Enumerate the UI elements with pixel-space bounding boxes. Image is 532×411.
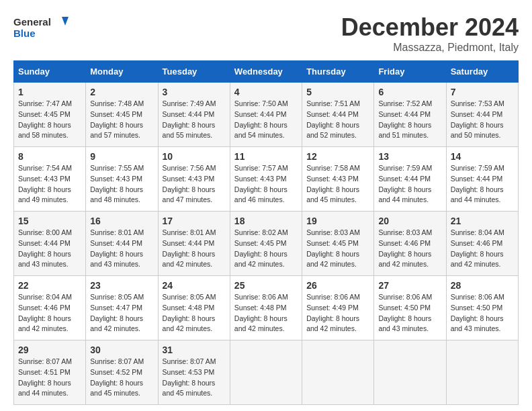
day-detail: Sunrise: 8:05 AMSunset: 4:48 PMDaylight:… (163, 292, 226, 334)
location-title: Massazza, Piedmont, Italy (341, 42, 519, 54)
day-number: 31 (163, 345, 226, 355)
day-detail: Sunrise: 8:06 AMSunset: 4:50 PMDaylight:… (378, 292, 441, 334)
day-number: 7 (451, 87, 514, 97)
calendar-cell (230, 340, 302, 405)
weekday-header-wednesday: Wednesday (230, 61, 302, 83)
day-detail: Sunrise: 7:53 AMSunset: 4:44 PMDaylight:… (451, 99, 514, 141)
day-detail: Sunrise: 7:59 AMSunset: 4:44 PMDaylight:… (378, 163, 441, 205)
day-number: 4 (234, 87, 298, 97)
calendar-cell: 25Sunrise: 8:06 AMSunset: 4:48 PMDayligh… (230, 276, 302, 340)
calendar-cell: 30Sunrise: 8:07 AMSunset: 4:52 PMDayligh… (86, 340, 158, 405)
calendar-cell: 14Sunrise: 7:59 AMSunset: 4:44 PMDayligh… (446, 147, 518, 212)
calendar-cell: 26Sunrise: 8:06 AMSunset: 4:49 PMDayligh… (302, 276, 374, 340)
calendar-cell: 21Sunrise: 8:04 AMSunset: 4:46 PMDayligh… (446, 212, 518, 276)
calendar-cell: 7Sunrise: 7:53 AMSunset: 4:44 PMDaylight… (446, 83, 518, 147)
day-detail: Sunrise: 8:07 AMSunset: 4:52 PMDaylight:… (90, 357, 153, 399)
day-number: 23 (90, 280, 153, 291)
weekday-header-row: SundayMondayTuesdayWednesdayThursdayFrid… (14, 61, 519, 83)
day-detail: Sunrise: 8:02 AMSunset: 4:45 PMDaylight:… (234, 228, 298, 270)
weekday-header-tuesday: Tuesday (158, 61, 230, 83)
day-number: 17 (163, 216, 226, 226)
calendar-cell: 23Sunrise: 8:05 AMSunset: 4:47 PMDayligh… (86, 276, 158, 340)
calendar-cell: 20Sunrise: 8:03 AMSunset: 4:46 PMDayligh… (374, 212, 446, 276)
page-header: General Blue December 2024 Massazza, Pie… (13, 13, 519, 54)
calendar-cell: 12Sunrise: 7:58 AMSunset: 4:43 PMDayligh… (302, 147, 374, 212)
day-detail: Sunrise: 8:06 AMSunset: 4:49 PMDaylight:… (306, 292, 369, 334)
day-detail: Sunrise: 7:47 AMSunset: 4:45 PMDaylight:… (18, 99, 81, 141)
day-detail: Sunrise: 8:00 AMSunset: 4:44 PMDaylight:… (18, 228, 81, 270)
day-number: 12 (306, 151, 369, 162)
svg-marker-2 (62, 17, 69, 26)
calendar-cell: 24Sunrise: 8:05 AMSunset: 4:48 PMDayligh… (158, 276, 230, 340)
calendar-cell: 2Sunrise: 7:48 AMSunset: 4:45 PMDaylight… (86, 83, 158, 147)
day-detail: Sunrise: 8:06 AMSunset: 4:50 PMDaylight:… (451, 292, 514, 334)
day-number: 8 (18, 151, 81, 162)
day-number: 13 (378, 151, 441, 162)
calendar-cell (302, 340, 374, 405)
day-number: 15 (18, 216, 81, 226)
title-block: December 2024 Massazza, Piedmont, Italy (341, 13, 519, 54)
day-number: 6 (378, 87, 441, 97)
calendar-cell: 29Sunrise: 8:07 AMSunset: 4:51 PMDayligh… (14, 340, 86, 405)
day-detail: Sunrise: 8:03 AMSunset: 4:45 PMDaylight:… (306, 228, 369, 270)
day-detail: Sunrise: 8:05 AMSunset: 4:47 PMDaylight:… (90, 292, 153, 334)
calendar-cell: 15Sunrise: 8:00 AMSunset: 4:44 PMDayligh… (14, 212, 86, 276)
calendar-cell: 9Sunrise: 7:55 AMSunset: 4:43 PMDaylight… (86, 147, 158, 212)
calendar-week-row: 22Sunrise: 8:04 AMSunset: 4:46 PMDayligh… (14, 276, 519, 340)
day-detail: Sunrise: 7:51 AMSunset: 4:44 PMDaylight:… (306, 99, 369, 141)
day-number: 25 (234, 280, 298, 291)
svg-text:General: General (13, 16, 51, 28)
calendar-cell: 16Sunrise: 8:01 AMSunset: 4:44 PMDayligh… (86, 212, 158, 276)
weekday-header-thursday: Thursday (302, 61, 374, 83)
weekday-header-monday: Monday (86, 61, 158, 83)
day-detail: Sunrise: 7:48 AMSunset: 4:45 PMDaylight:… (90, 99, 153, 141)
day-number: 1 (18, 87, 81, 97)
day-number: 19 (306, 216, 369, 226)
day-detail: Sunrise: 8:01 AMSunset: 4:44 PMDaylight:… (90, 228, 153, 270)
weekday-header-sunday: Sunday (14, 61, 86, 83)
day-number: 21 (451, 216, 514, 226)
calendar-cell (446, 340, 518, 405)
calendar-cell: 17Sunrise: 8:01 AMSunset: 4:44 PMDayligh… (158, 212, 230, 276)
calendar-table: SundayMondayTuesdayWednesdayThursdayFrid… (13, 60, 519, 405)
calendar-cell: 3Sunrise: 7:49 AMSunset: 4:44 PMDaylight… (158, 83, 230, 147)
calendar-cell: 22Sunrise: 8:04 AMSunset: 4:46 PMDayligh… (14, 276, 86, 340)
calendar-cell: 5Sunrise: 7:51 AMSunset: 4:44 PMDaylight… (302, 83, 374, 147)
logo-svg: General Blue (13, 13, 74, 44)
day-number: 11 (234, 151, 298, 162)
month-title: December 2024 (341, 13, 519, 42)
day-number: 5 (306, 87, 369, 97)
day-number: 27 (378, 280, 441, 291)
calendar-cell: 4Sunrise: 7:50 AMSunset: 4:44 PMDaylight… (230, 83, 302, 147)
day-detail: Sunrise: 7:55 AMSunset: 4:43 PMDaylight:… (90, 163, 153, 205)
day-number: 16 (90, 216, 153, 226)
day-detail: Sunrise: 7:59 AMSunset: 4:44 PMDaylight:… (451, 163, 514, 205)
logo: General Blue (13, 13, 74, 44)
day-detail: Sunrise: 7:58 AMSunset: 4:43 PMDaylight:… (306, 163, 369, 205)
calendar-cell: 8Sunrise: 7:54 AMSunset: 4:43 PMDaylight… (14, 147, 86, 212)
day-number: 9 (90, 151, 153, 162)
day-detail: Sunrise: 7:56 AMSunset: 4:43 PMDaylight:… (163, 163, 226, 205)
day-number: 24 (163, 280, 226, 291)
day-detail: Sunrise: 8:04 AMSunset: 4:46 PMDaylight:… (451, 228, 514, 270)
day-number: 18 (234, 216, 298, 226)
day-number: 30 (90, 345, 153, 355)
day-detail: Sunrise: 8:03 AMSunset: 4:46 PMDaylight:… (378, 228, 441, 270)
calendar-cell: 28Sunrise: 8:06 AMSunset: 4:50 PMDayligh… (446, 276, 518, 340)
day-number: 29 (18, 345, 81, 355)
weekday-header-saturday: Saturday (446, 61, 518, 83)
calendar-week-row: 15Sunrise: 8:00 AMSunset: 4:44 PMDayligh… (14, 212, 519, 276)
day-detail: Sunrise: 8:01 AMSunset: 4:44 PMDaylight:… (163, 228, 226, 270)
calendar-cell: 27Sunrise: 8:06 AMSunset: 4:50 PMDayligh… (374, 276, 446, 340)
calendar-cell: 18Sunrise: 8:02 AMSunset: 4:45 PMDayligh… (230, 212, 302, 276)
calendar-cell: 6Sunrise: 7:52 AMSunset: 4:44 PMDaylight… (374, 83, 446, 147)
day-detail: Sunrise: 7:54 AMSunset: 4:43 PMDaylight:… (18, 163, 81, 205)
day-number: 28 (451, 280, 514, 291)
calendar-cell: 13Sunrise: 7:59 AMSunset: 4:44 PMDayligh… (374, 147, 446, 212)
day-detail: Sunrise: 8:06 AMSunset: 4:48 PMDaylight:… (234, 292, 298, 334)
calendar-week-row: 29Sunrise: 8:07 AMSunset: 4:51 PMDayligh… (14, 340, 519, 405)
day-number: 20 (378, 216, 441, 226)
calendar-week-row: 8Sunrise: 7:54 AMSunset: 4:43 PMDaylight… (14, 147, 519, 212)
day-detail: Sunrise: 8:07 AMSunset: 4:53 PMDaylight:… (163, 357, 226, 399)
calendar-cell: 19Sunrise: 8:03 AMSunset: 4:45 PMDayligh… (302, 212, 374, 276)
